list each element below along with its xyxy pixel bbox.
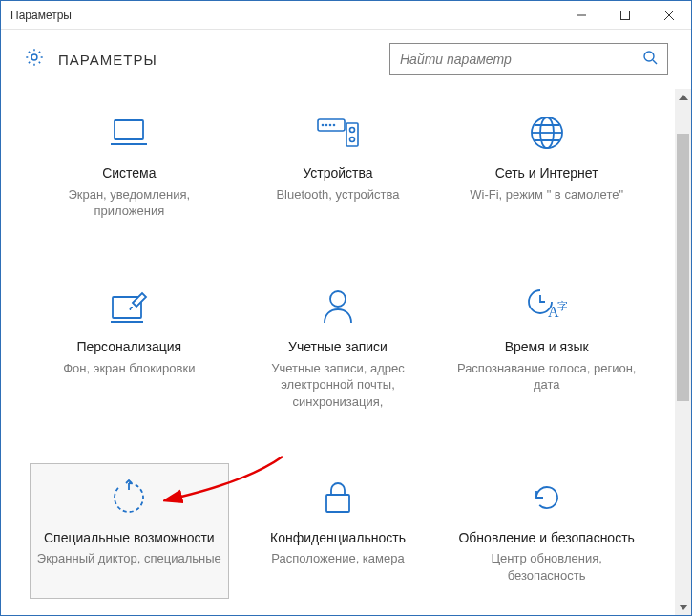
svg-rect-7	[115, 120, 143, 139]
svg-point-15	[349, 138, 354, 142]
tile-subtitle: Центр обновления, безопасность	[453, 550, 640, 584]
scroll-thumb[interactable]	[677, 134, 689, 401]
search-icon	[642, 50, 658, 69]
svg-rect-13	[346, 123, 358, 146]
search-input[interactable]	[400, 52, 642, 67]
svg-rect-23	[326, 495, 349, 512]
tile-subtitle: Фон, экран блокировки	[63, 360, 195, 377]
tile-devices[interactable]: Устройства Bluetooth, устройства	[239, 98, 438, 234]
tile-subtitle: Учетные записи, адрес электронной почты,…	[245, 360, 431, 411]
titlebar: Параметры	[1, 1, 691, 30]
tile-subtitle: Распознавание голоса, регион, дата	[453, 360, 640, 393]
close-button[interactable]	[647, 1, 691, 29]
svg-point-4	[31, 54, 37, 60]
time-language-icon: A 字	[527, 283, 567, 330]
settings-window: Параметры ПАРАМЕТРЫ	[0, 0, 692, 616]
globe-icon	[529, 109, 565, 157]
person-icon	[321, 283, 355, 330]
personalization-icon	[109, 283, 149, 330]
page-title: ПАРАМЕТРЫ	[58, 52, 157, 68]
scroll-down-button[interactable]	[675, 599, 691, 615]
window-controls	[559, 1, 691, 29]
svg-point-5	[644, 52, 654, 61]
tile-subtitle: Экран, уведомления, приложения	[36, 186, 222, 220]
header: ПАРАМЕТРЫ	[1, 30, 691, 89]
window-title: Параметры	[1, 9, 559, 22]
tile-system[interactable]: Система Экран, уведомления, приложения	[30, 98, 229, 234]
tile-subtitle: Bluetooth, устройства	[276, 186, 399, 203]
tile-title: Конфиденциальность	[270, 529, 406, 547]
tile-title: Время и язык	[505, 338, 589, 356]
devices-icon	[316, 109, 360, 157]
tile-title: Учетные записи	[288, 338, 388, 356]
scroll-track[interactable]	[675, 105, 691, 599]
tile-title: Сеть и Интернет	[495, 164, 598, 182]
tile-time-language[interactable]: A 字 Время и язык Распознавание голоса, р…	[447, 272, 646, 425]
update-icon	[529, 474, 565, 521]
laptop-icon	[109, 109, 149, 157]
ease-of-access-icon	[111, 474, 147, 521]
tile-title: Устройства	[303, 164, 372, 182]
tile-personalization[interactable]: Персонализация Фон, экран блокировки	[30, 272, 229, 425]
svg-rect-1	[621, 11, 630, 19]
svg-point-12	[333, 125, 334, 126]
tile-privacy[interactable]: Конфиденциальность Расположение, камера	[239, 463, 438, 599]
tile-network[interactable]: Сеть и Интернет Wi-Fi, режим " в самолет…	[447, 98, 646, 234]
tile-subtitle: Wi-Fi, режим " в самолете"	[470, 186, 623, 203]
tile-accounts[interactable]: Учетные записи Учетные записи, адрес эле…	[239, 272, 438, 425]
tile-subtitle: Экранный диктор, специальные	[37, 550, 221, 567]
scroll-up-button[interactable]	[675, 89, 691, 105]
search-box[interactable]	[389, 43, 668, 75]
maximize-button[interactable]	[603, 1, 647, 29]
svg-point-10	[325, 125, 326, 126]
svg-point-9	[322, 125, 323, 126]
tile-title: Персонализация	[76, 338, 181, 356]
tile-subtitle: Расположение, камера	[271, 550, 404, 567]
tile-ease-of-access[interactable]: Специальные возможности Экранный диктор,…	[30, 463, 229, 599]
tile-title: Специальные возможности	[44, 529, 215, 547]
minimize-button[interactable]	[559, 1, 603, 29]
gear-icon	[24, 47, 45, 72]
scrollbar[interactable]	[675, 89, 691, 615]
tile-title: Система	[102, 164, 156, 182]
tile-update-security[interactable]: Обновление и безопасность Центр обновлен…	[447, 463, 646, 599]
svg-point-14	[349, 128, 354, 133]
tile-title: Обновление и безопасность	[458, 529, 634, 547]
lock-icon	[323, 474, 353, 521]
svg-line-6	[653, 60, 657, 64]
content-area: Система Экран, уведомления, приложения У…	[1, 89, 675, 615]
svg-point-11	[329, 125, 330, 126]
svg-point-20	[330, 291, 346, 307]
svg-text:字: 字	[557, 300, 567, 311]
